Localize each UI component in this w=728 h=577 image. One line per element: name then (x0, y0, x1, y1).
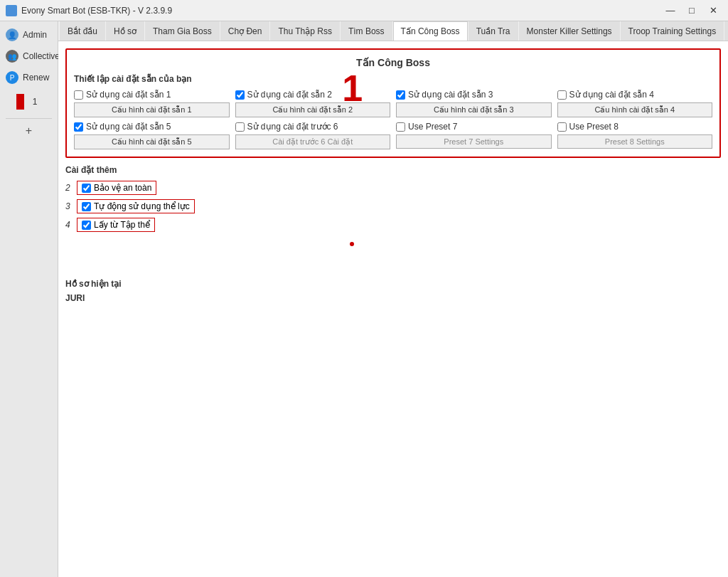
preset-3-btn[interactable]: Cấu hình cài đặt sẵn 3 (396, 102, 552, 117)
preset-col-5: Sử dụng cài đặt sẵn 5 Cấu hình cài đặt s… (74, 122, 230, 149)
sidebar-item-admin[interactable]: 👤 Admin (0, 24, 58, 46)
app-title: Evony Smart Bot (ESB-TKR) - V 2.3.9.9 (21, 6, 172, 16)
admin-icon: 👤 (6, 28, 18, 41)
preset-section-title: Tấn Công Boss (74, 57, 712, 68)
title-bar: Evony Smart Bot (ESB-TKR) - V 2.3.9.9 — … (0, 0, 728, 21)
sidebar-add-button[interactable]: + (0, 122, 58, 140)
sidebar-item-renew[interactable]: P Renew (0, 67, 58, 88)
additional-section: Cài đặt thêm 2 Bảo vệ an toàn 3 (65, 165, 721, 250)
preset-col-8: Use Preset 8 Preset 8 Settings (557, 122, 713, 149)
item-4-label: Lấy từ Tập thể (94, 220, 150, 230)
tab-tan-cong-boss[interactable]: Tấn Công Boss (393, 21, 468, 41)
preset-col-7: Use Preset 7 Preset 7 Settings (396, 122, 552, 149)
preset-section: Tấn Công Boss 1 Thiết lập cài đặt sẵn củ… (65, 48, 721, 158)
preset-2-check-row: Sử dụng cài đặt sẵn 2 (235, 90, 391, 100)
main-content: Bắt đầu Hồ sơ Tham Gia Boss Chợ Đen Thu … (58, 21, 728, 577)
numbered-item-4: 4 Lấy từ Tập thể (65, 218, 721, 232)
tab-cho-den[interactable]: Chợ Đen (220, 21, 270, 41)
page-tan-cong-boss: Tấn Công Boss 1 Thiết lập cài đặt sẵn củ… (58, 41, 728, 577)
preset-col-6: Sử dụng cài đặt trước 6 Cài đặt trước 6 … (235, 122, 391, 149)
preset-3-label: Sử dụng cài đặt sẵn 3 (408, 90, 493, 100)
item-3-outlined: Tự động sử dụng thể lực (77, 199, 195, 213)
tab-tham-gia-boss[interactable]: Tham Gia Boss (145, 21, 220, 41)
preset-4-check-row: Sử dụng cài đặt sẵn 4 (557, 90, 713, 100)
tab-mail-sender[interactable]: Mail Sender Settings (724, 21, 728, 41)
preset-7-check-row: Use Preset 7 (396, 122, 552, 132)
title-bar-left: Evony Smart Bot (ESB-TKR) - V 2.3.9.9 (6, 5, 172, 16)
preset-8-label: Use Preset 8 (569, 122, 619, 132)
tab-bar: Bắt đầu Hồ sơ Tham Gia Boss Chợ Đen Thu … (58, 21, 728, 41)
preset-3-check-row: Sử dụng cài đặt sẵn 3 (396, 90, 552, 100)
preset-7-label: Use Preset 7 (408, 122, 457, 132)
preset-col-1: Sử dụng cài đặt sẵn 1 Cấu hình cài đặt s… (74, 90, 230, 117)
additional-title: Cài đặt thêm (65, 165, 721, 175)
preset-row-2: Sử dụng cài đặt sẵn 5 Cấu hình cài đặt s… (74, 122, 712, 149)
preset-6-btn[interactable]: Cài đặt trước 6 Cài đặt (235, 134, 391, 149)
preset-1-checkbox[interactable] (74, 90, 83, 100)
tab-ho-so[interactable]: Hồ sơ (106, 21, 144, 41)
item-4-checkbox[interactable] (82, 221, 91, 230)
numbered-item-2: 2 Bảo vệ an toàn (65, 181, 721, 195)
preset-col-4: Sử dụng cài đặt sẵn 4 Cấu hình cài đặt s… (557, 90, 713, 117)
sidebar-divider (6, 118, 52, 119)
profile-name: JURI (65, 293, 85, 303)
preset-6-checkbox[interactable] (235, 122, 245, 132)
sidebar-collective-label: Collective (23, 51, 60, 61)
tab-tuan-tra[interactable]: Tuần Tra (469, 21, 518, 41)
maximize-button[interactable]: □ (682, 4, 701, 17)
sidebar-item-collective[interactable]: 👥 Collective (0, 46, 58, 67)
item-2-label: Bảo vệ an toàn (94, 183, 151, 193)
preset-6-check-row: Sử dụng cài đặt trước 6 (235, 122, 391, 132)
profile-label: Hồ sơ hiện tại (65, 279, 721, 289)
sidebar: 👤 Admin 👥 Collective P Renew 1 + (0, 21, 58, 577)
preset-2-label: Sử dụng cài đặt sẵn 2 (247, 90, 332, 100)
item-number-2: 2 (65, 183, 77, 193)
preset-5-btn[interactable]: Cấu hình cài đặt sẵn 5 (74, 134, 230, 149)
window-controls: — □ ✕ (661, 4, 722, 17)
tab-thu-thap-rss[interactable]: Thu Thập Rss (270, 21, 339, 41)
item-number-3: 3 (65, 201, 77, 211)
profile-section: Hồ sơ hiện tại JURI (65, 279, 721, 303)
preset-2-btn[interactable]: Cấu hình cài đặt sẵn 2 (235, 102, 391, 117)
preset-8-btn[interactable]: Preset 8 Settings (557, 134, 713, 149)
preset-heading: Thiết lập cài đặt sẵn của bạn (74, 74, 712, 84)
preset-col-2: Sử dụng cài đặt sẵn 2 Cấu hình cài đặt s… (235, 90, 391, 117)
sidebar-number-row: 1 (11, 88, 47, 115)
preset-5-check-row: Sử dụng cài đặt sẵn 5 (74, 122, 230, 132)
preset-row-1: Sử dụng cài đặt sẵn 1 Cấu hình cài đặt s… (74, 90, 712, 117)
preset-col-3: Sử dụng cài đặt sẵn 3 Cấu hình cài đặt s… (396, 90, 552, 117)
close-button[interactable]: ✕ (704, 4, 722, 17)
preset-body: 1 Thiết lập cài đặt sẵn của bạn Sử dụng … (74, 74, 712, 149)
tab-bat-dau[interactable]: Bắt đầu (60, 21, 105, 41)
collective-icon: 👥 (6, 50, 18, 63)
sidebar-renew-label: Renew (23, 73, 49, 83)
tab-troop-training[interactable]: Troop Training Settings (621, 21, 724, 41)
profile-name-row: JURI (65, 293, 721, 303)
item-3-checkbox[interactable] (82, 202, 91, 211)
tab-tim-boss[interactable]: Tìm Boss (341, 21, 392, 41)
minimize-button[interactable]: — (661, 4, 680, 17)
preset-4-btn[interactable]: Cấu hình cài đặt sẵn 4 (557, 102, 713, 117)
item-4-outlined: Lấy từ Tập thể (77, 218, 155, 232)
preset-1-btn[interactable]: Cấu hình cài đặt sẵn 1 (74, 102, 230, 117)
item-2-outlined: Bảo vệ an toàn (77, 181, 156, 195)
red-dot (350, 242, 354, 246)
preset-6-label: Sử dụng cài đặt trước 6 (247, 122, 338, 132)
sidebar-number: 1 (28, 95, 41, 108)
preset-5-label: Sử dụng cài đặt sẵn 5 (86, 122, 171, 132)
preset-2-checkbox[interactable] (235, 90, 245, 100)
item-3-label: Tự động sử dụng thể lực (94, 201, 190, 211)
preset-8-checkbox[interactable] (557, 122, 567, 132)
preset-1-check-row: Sử dụng cài đặt sẵn 1 (74, 90, 230, 100)
preset-7-btn[interactable]: Preset 7 Settings (396, 134, 552, 149)
preset-3-checkbox[interactable] (396, 90, 405, 100)
tab-monster-killer[interactable]: Monster Killer Settings (519, 21, 620, 41)
preset-7-checkbox[interactable] (396, 122, 405, 132)
preset-4-label: Sử dụng cài đặt sẵn 4 (569, 90, 654, 100)
preset-5-checkbox[interactable] (74, 122, 83, 132)
preset-4-checkbox[interactable] (557, 90, 567, 100)
dot-area (65, 236, 721, 250)
red-block (16, 94, 24, 110)
preset-8-check-row: Use Preset 8 (557, 122, 713, 132)
item-2-checkbox[interactable] (82, 184, 91, 193)
